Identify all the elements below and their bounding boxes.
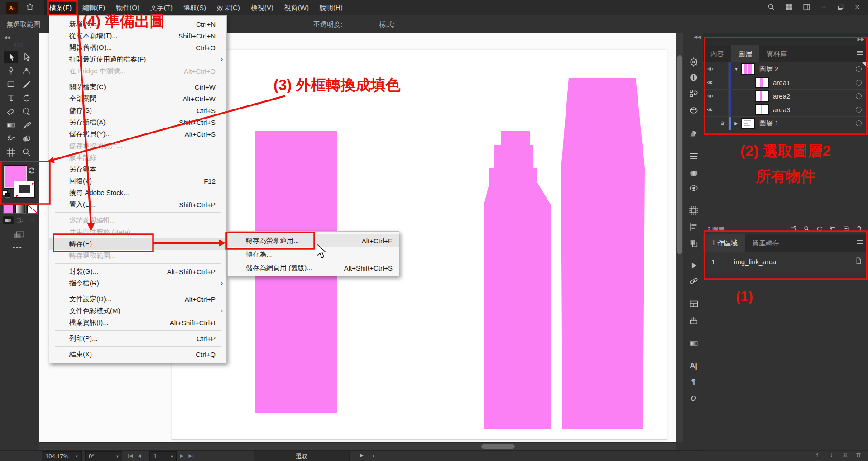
layer-name[interactable]: area1: [773, 79, 790, 86]
workspace-grid-icon[interactable]: [785, 3, 793, 13]
layer-thumbnail[interactable]: [741, 63, 755, 75]
menubar-item[interactable]: 效果(C): [211, 0, 245, 15]
paragraph-icon[interactable]: ¶: [691, 378, 695, 387]
links-icon[interactable]: [689, 276, 699, 288]
color-button[interactable]: [4, 204, 14, 213]
minimize-icon[interactable]: [820, 4, 827, 12]
menubar-item[interactable]: 編輯(E): [77, 0, 110, 15]
lock-empty[interactable]: [717, 90, 729, 103]
layer-row[interactable]: area1: [703, 76, 868, 90]
artboard-tool[interactable]: [4, 146, 18, 158]
layer-row[interactable]: ▼圖層 2: [703, 62, 868, 76]
file-menu-item[interactable]: 封裝(G)...Alt+Shift+Ctrl+P: [49, 266, 226, 277]
stroke-icon[interactable]: [689, 151, 699, 163]
file-menu-item[interactable]: 關閉檔案(C)Ctrl+W: [49, 81, 226, 93]
file-menu-item[interactable]: 打開最近使用過的檔案(F)›: [49, 53, 226, 65]
magenta-bottle-area2[interactable]: [484, 131, 551, 429]
menubar-item[interactable]: 檔案(F): [44, 0, 77, 15]
eraser-tool[interactable]: [4, 105, 18, 118]
discover-icon[interactable]: [689, 57, 699, 69]
pathfinder-icon[interactable]: [689, 238, 699, 250]
screen-mode-icon[interactable]: [14, 231, 24, 242]
layer-name[interactable]: 圖層 2: [759, 65, 779, 73]
file-menu-item[interactable]: 文件色彩模式(M)›: [49, 305, 226, 317]
gradient-icon[interactable]: [689, 338, 699, 350]
layer-name[interactable]: 圖層 1: [759, 119, 779, 128]
illustrator-logo-icon[interactable]: Ai: [6, 2, 18, 14]
search-icon[interactable]: [767, 3, 775, 13]
rectangle-tool[interactable]: [4, 78, 18, 90]
file-menu-item[interactable]: 搜尋 Adobe Stock...: [49, 187, 226, 199]
expand-dock-icon[interactable]: ▶▶: [858, 37, 864, 42]
draw-normal-button[interactable]: [3, 216, 14, 224]
file-menu-item[interactable]: 全部關閉Alt+Ctrl+W: [49, 93, 226, 105]
collect-export-icon[interactable]: [790, 225, 797, 234]
draw-behind-button[interactable]: [14, 216, 25, 224]
document-layout-icon[interactable]: [803, 3, 810, 13]
artboard-number-dropdown[interactable]: 1▼: [149, 451, 177, 461]
visibility-eye-icon[interactable]: [703, 76, 717, 89]
gradient-button[interactable]: [15, 204, 25, 213]
layer-thumbnail[interactable]: [755, 104, 769, 115]
new-artboard-icon[interactable]: [842, 452, 848, 460]
align-icon[interactable]: [689, 222, 699, 233]
menubar-item[interactable]: 選取(S): [178, 0, 211, 15]
last-artboard-icon[interactable]: ▶|: [188, 453, 193, 459]
file-menu-item[interactable]: 儲存(S)Ctrl+S: [49, 105, 226, 116]
menubar-item[interactable]: 視窗(W): [279, 0, 314, 15]
home-icon[interactable]: [26, 3, 34, 13]
menubar-item[interactable]: 說明(H): [314, 0, 348, 15]
layer-thumbnail[interactable]: [755, 90, 769, 102]
chevron-left-icon[interactable]: ‹: [372, 452, 374, 459]
color-icon[interactable]: [689, 105, 699, 117]
file-menu-item[interactable]: 指令檔(R)›: [49, 277, 226, 289]
delete-icon[interactable]: [856, 225, 863, 234]
artboard-name[interactable]: img_link_area: [734, 258, 776, 266]
appearance-icon[interactable]: [689, 183, 699, 195]
visibility-eye-icon[interactable]: [703, 62, 717, 76]
lock-empty[interactable]: [717, 103, 729, 116]
make-mask-icon[interactable]: [816, 225, 823, 234]
paintbrush-tool[interactable]: [19, 78, 34, 90]
vertical-scrollbar[interactable]: [676, 33, 683, 442]
color-guide-icon[interactable]: [689, 128, 699, 140]
symbol-sprayer-tool[interactable]: [4, 132, 18, 145]
tab-資產轉存[interactable]: 資產轉存: [745, 234, 786, 252]
menubar-item[interactable]: 檢視(V): [245, 0, 279, 15]
none-button[interactable]: [27, 204, 37, 213]
export-submenu-item[interactable]: 轉存為螢幕適用...Alt+Ctrl+E: [228, 234, 399, 247]
export-submenu-item[interactable]: 轉存為...: [228, 247, 399, 261]
type-tool[interactable]: [4, 91, 18, 104]
selection-tool[interactable]: [4, 51, 18, 63]
visibility-eye-icon[interactable]: [703, 90, 717, 103]
move-up-icon[interactable]: [815, 452, 821, 460]
move-down-icon[interactable]: [828, 452, 834, 460]
expand-chevron-icon[interactable]: ▶: [731, 121, 741, 126]
file-menu-item[interactable]: 列印(P)...Ctrl+P: [49, 333, 226, 344]
lock-empty[interactable]: [717, 62, 729, 76]
layer-row[interactable]: area2: [703, 90, 868, 103]
target-circle-icon[interactable]: [856, 66, 862, 72]
new-sublayer-icon[interactable]: [830, 225, 836, 234]
prev-artboard-icon[interactable]: ◀: [137, 453, 141, 459]
target-circle-icon[interactable]: [856, 107, 862, 113]
file-menu-item[interactable]: 結束(X)Ctrl+Q: [49, 348, 226, 360]
menubar-item[interactable]: 文字(T): [145, 0, 178, 15]
file-menu-item[interactable]: 轉存(E)›: [49, 238, 226, 250]
layer-name[interactable]: area2: [773, 92, 790, 100]
info-icon[interactable]: [689, 72, 699, 84]
file-menu-item[interactable]: 置入(L)...Shift+Ctrl+P: [49, 199, 226, 210]
panel-menu-icon[interactable]: [856, 239, 863, 247]
file-menu-item[interactable]: 從範本新增(T)...Shift+Ctrl+N: [49, 30, 226, 42]
play-icon[interactable]: ▶: [360, 452, 364, 458]
maximize-icon[interactable]: [837, 4, 844, 12]
lock-empty[interactable]: [717, 76, 729, 89]
target-circle-icon[interactable]: [856, 93, 862, 99]
eyedropper-tool[interactable]: [19, 119, 34, 131]
visibility-empty[interactable]: [703, 117, 717, 130]
tab-資料庫[interactable]: 資料庫: [759, 45, 794, 62]
collapse-dock-icon[interactable]: ◀◀: [694, 34, 701, 39]
page-icon[interactable]: [855, 257, 863, 266]
rotate-tool[interactable]: [19, 91, 34, 104]
file-menu-item[interactable]: 開啟舊檔(O)...Ctrl+O: [49, 42, 226, 53]
